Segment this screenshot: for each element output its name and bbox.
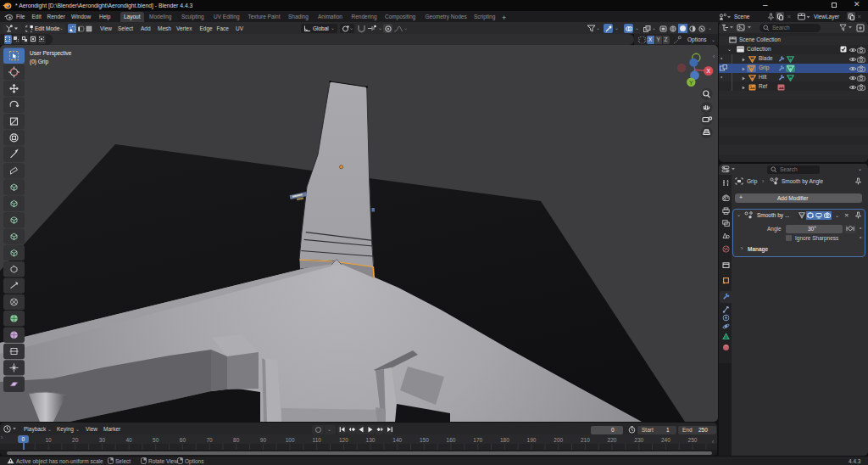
- svg-text:240: 240: [661, 437, 670, 443]
- svg-text:80: 80: [233, 437, 240, 443]
- svg-text:60: 60: [180, 437, 186, 443]
- svg-text:160: 160: [447, 437, 456, 443]
- svg-text:100: 100: [286, 437, 295, 443]
- svg-text:130: 130: [366, 437, 376, 443]
- svg-text:40: 40: [125, 437, 132, 443]
- svg-text:50: 50: [153, 437, 159, 443]
- svg-text:20: 20: [72, 437, 79, 443]
- svg-text:30: 30: [99, 437, 106, 443]
- svg-text:190: 190: [527, 437, 537, 443]
- svg-text:200: 200: [554, 437, 563, 443]
- svg-text:140: 140: [392, 437, 402, 443]
- svg-text:150: 150: [420, 437, 429, 443]
- svg-text:230: 230: [634, 437, 643, 443]
- svg-text:210: 210: [581, 437, 590, 443]
- svg-text:180: 180: [500, 437, 509, 443]
- svg-text:110: 110: [313, 437, 322, 443]
- svg-text:90: 90: [260, 437, 267, 443]
- svg-text:10: 10: [45, 437, 52, 443]
- svg-text:250: 250: [688, 437, 698, 443]
- svg-text:70: 70: [206, 437, 213, 443]
- svg-text:120: 120: [339, 437, 348, 443]
- svg-text:170: 170: [473, 437, 482, 443]
- svg-text:220: 220: [608, 437, 617, 443]
